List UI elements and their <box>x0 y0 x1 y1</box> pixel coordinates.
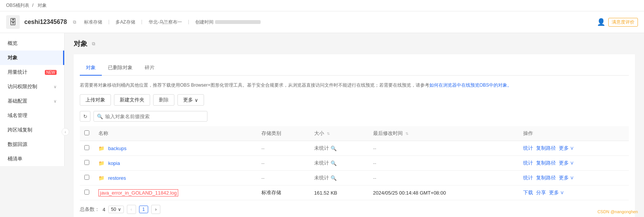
search-icon: 🔍 <box>97 114 103 119</box>
sidebar-item-data-recovery[interactable]: 数据回源 <box>0 137 64 152</box>
sidebar-item-domain-label: 域名管理 <box>8 112 27 119</box>
table-row: java_error_in_GOLAND_11842.log 标准存储 161.… <box>80 185 629 200</box>
info-text: 若需要将对象移动到桶内其他位置，推荐下载使用OBS Browser+图形化管理工… <box>80 82 629 89</box>
col-size: 大小 ⇅ <box>310 126 369 141</box>
header-bar: 🗄 ceshi12345678 ⧉ 标准存储 | 多AZ存储 | 华北-乌兰察布… <box>0 11 644 33</box>
sidebar-collapse-button[interactable]: ‹ <box>62 128 69 136</box>
row-name-cell: 📁 restores <box>94 171 257 185</box>
action-stats-backups[interactable]: 统计 <box>523 145 533 152</box>
action-more-file[interactable]: 更多 ∨ <box>549 189 565 196</box>
row-actions: 下载 分享 更多 ∨ <box>519 185 629 200</box>
row-storage-class: 标准存储 <box>257 185 310 200</box>
size-sort-icon[interactable]: ⇅ <box>327 131 330 136</box>
row-name-cell: 📁 backups <box>94 141 257 156</box>
table-row: 📁 kopia -- 未统计 🔍 -- 统计 复制路径 更多 <box>80 156 629 171</box>
next-page-button[interactable]: › <box>151 205 160 214</box>
row-storage-class: -- <box>257 156 310 171</box>
row-size: 未统计 🔍 <box>310 156 369 171</box>
sidebar-item-cross-region-label: 跨区域复制 <box>8 127 32 133</box>
sidebar-item-domain[interactable]: 域名管理 <box>0 108 64 123</box>
table-row: 📁 backups -- 未统计 🔍 -- 统计 复制路径 更 <box>80 141 629 156</box>
page-size-select[interactable]: 50 ∨ <box>108 206 123 213</box>
tab-deleted[interactable]: 已删除对象 <box>102 60 139 76</box>
current-page: 1 <box>139 206 149 213</box>
bucket-name: ceshi12345678 <box>24 19 67 25</box>
usage-new-badge: NEW <box>45 70 57 75</box>
chevron-down-icon: ∨ <box>54 84 57 89</box>
footer-watermark: CSDN @nangonghen <box>597 209 638 214</box>
bucket-icon: 🗄 <box>6 15 20 29</box>
sidebar-item-overview-label: 概览 <box>8 40 17 47</box>
copy-page-title-icon[interactable]: ⧉ <box>92 41 95 46</box>
sidebar-item-access-control[interactable]: 访问权限控制 ∨ <box>0 79 64 94</box>
row-last-modified: 2024/05/25 00:14:48 GMT+08:00 <box>369 185 519 200</box>
search-input[interactable] <box>105 114 204 119</box>
action-share[interactable]: 分享 <box>536 189 546 196</box>
row-size: 161.52 KB <box>310 185 369 200</box>
sidebar-item-usage-label: 用量统计 <box>8 69 27 76</box>
action-copy-path-restores[interactable]: 复制路径 <box>536 174 556 181</box>
copy-bucket-name-icon[interactable]: ⧉ <box>73 19 76 25</box>
action-more-restores[interactable]: 更多 ∨ <box>559 174 574 181</box>
col-checkbox <box>80 126 94 141</box>
page-header: 对象 ⧉ <box>74 39 635 48</box>
main-content: 对象 ⧉ 对象 已删除对象 碎片 若需要将对象移动到桶内其他位置，推荐下载使用O… <box>65 33 644 217</box>
select-all-checkbox[interactable] <box>84 130 89 135</box>
prev-page-button[interactable]: ‹ <box>127 205 136 214</box>
sidebar-item-access-control-label: 访问权限控制 <box>8 83 37 90</box>
total-count: 4 <box>103 207 105 212</box>
satisfaction-button[interactable]: 满意度评价 <box>608 18 638 27</box>
info-link[interactable]: 如何在浏览器中在线预览OBS中的对象。 <box>429 82 512 88</box>
last-modified-sort-icon[interactable]: ⇅ <box>405 131 408 136</box>
sidebar-item-cross-region[interactable]: 跨区域复制 <box>0 123 64 137</box>
row-last-modified: -- <box>369 156 519 171</box>
sidebar-item-overview[interactable]: 概览 <box>0 36 64 51</box>
total-label: 总条数： <box>80 206 100 213</box>
sidebar-item-usage[interactable]: 用量统计 NEW <box>0 65 64 79</box>
folder-icon: 📁 <box>98 175 104 181</box>
main-layout: 概览 对象 用量统计 NEW 访问权限控制 ∨ 基础配置 ∨ 域名管理 跨区域复… <box>0 33 644 217</box>
tab-objects[interactable]: 对象 <box>80 60 102 76</box>
delete-button[interactable]: 删除 <box>153 94 174 106</box>
breadcrumb-separator: / <box>32 3 33 8</box>
action-download[interactable]: 下载 <box>523 189 533 196</box>
action-copy-path-kopia[interactable]: 复制路径 <box>536 160 556 166</box>
row-checkbox[interactable] <box>84 190 89 195</box>
folder-link-kopia[interactable]: kopia <box>108 160 120 166</box>
meta-created-time: 创建时间 <box>195 19 261 25</box>
row-checkbox[interactable] <box>84 160 89 165</box>
breadcrumb-parent[interactable]: OBS桶列表 <box>6 3 29 8</box>
user-icon: 👤 <box>597 18 605 26</box>
refresh-button[interactable]: ↻ <box>80 111 90 122</box>
action-more-kopia[interactable]: 更多 ∨ <box>559 160 574 166</box>
sidebar-item-base-config[interactable]: 基础配置 ∨ <box>0 94 64 108</box>
folder-link-backups[interactable]: backups <box>108 146 127 151</box>
tab-fragments[interactable]: 碎片 <box>139 60 161 76</box>
new-folder-button[interactable]: 新建文件夹 <box>114 94 150 106</box>
folder-link-restores[interactable]: restores <box>108 175 126 181</box>
action-stats-restores[interactable]: 统计 <box>523 174 533 181</box>
row-checkbox-cell <box>80 141 94 156</box>
page-size-chevron: ∨ <box>118 207 121 212</box>
row-actions: 统计 复制路径 更多 ∨ <box>519 171 629 185</box>
objects-table: 名称 存储类别 大小 ⇅ 最后修改时间 ⇅ 操作 <box>80 126 629 200</box>
row-name-cell: java_error_in_GOLAND_11842.log <box>94 185 257 200</box>
col-name: 名称 <box>94 126 257 141</box>
content-card: 对象 已删除对象 碎片 若需要将对象移动到桶内其他位置，推荐下载使用OBS Br… <box>74 54 635 217</box>
file-link-java-error[interactable]: java_error_in_GOLAND_11842.log <box>98 189 178 196</box>
sidebar-item-objects[interactable]: 对象 <box>0 51 64 65</box>
more-button[interactable]: 更多 ∨ <box>177 94 204 106</box>
search-size-icon-3[interactable]: 🔍 <box>331 175 337 181</box>
search-size-icon[interactable]: 🔍 <box>331 146 337 151</box>
action-more-backups[interactable]: 更多 ∨ <box>559 145 574 152</box>
row-checkbox[interactable] <box>84 175 89 180</box>
row-checkbox[interactable] <box>84 145 89 150</box>
search-size-icon-2[interactable]: 🔍 <box>331 160 337 166</box>
chevron-icon: ∨ <box>195 97 198 103</box>
action-copy-path-backups[interactable]: 复制路径 <box>536 145 556 152</box>
action-stats-kopia[interactable]: 统计 <box>523 160 533 166</box>
sidebar-item-clear-label: 桶清单 <box>8 155 22 162</box>
upload-object-button[interactable]: 上传对象 <box>80 94 111 106</box>
col-actions: 操作 <box>519 126 629 141</box>
sidebar-item-clear[interactable]: 桶清单 <box>0 152 64 166</box>
